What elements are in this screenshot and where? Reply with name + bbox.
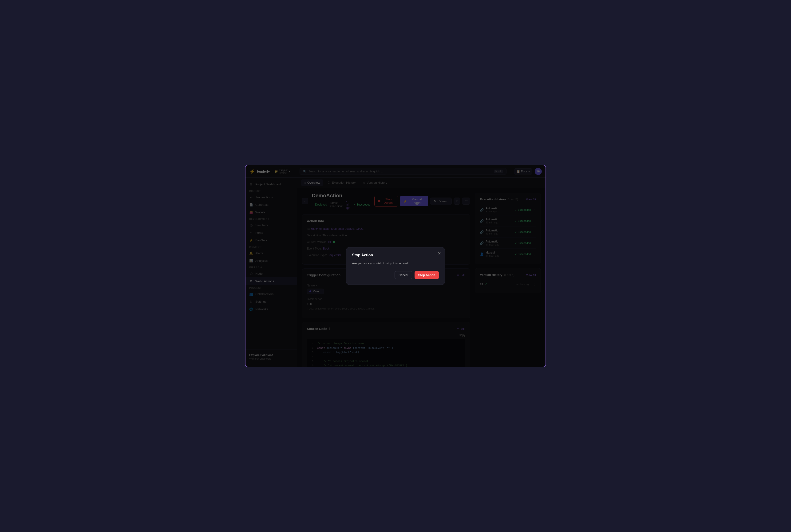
modal-overlay: Stop Action ✕ Are you sure you wish to s… — [246, 165, 545, 367]
modal-title: Stop Action — [352, 253, 439, 257]
modal-body-text: Are you sure you wish to stop this actio… — [352, 261, 439, 266]
modal-footer: Cancel Stop Action — [352, 271, 439, 279]
modal-cancel-button[interactable]: Cancel — [394, 271, 412, 279]
stop-action-modal: Stop Action ✕ Are you sure you wish to s… — [346, 247, 445, 285]
modal-stop-button[interactable]: Stop Action — [414, 271, 439, 279]
modal-close-button[interactable]: ✕ — [438, 251, 441, 255]
app-window: ⚡ tenderly 📁 Project project ▾ 🔍 Search … — [245, 165, 546, 367]
